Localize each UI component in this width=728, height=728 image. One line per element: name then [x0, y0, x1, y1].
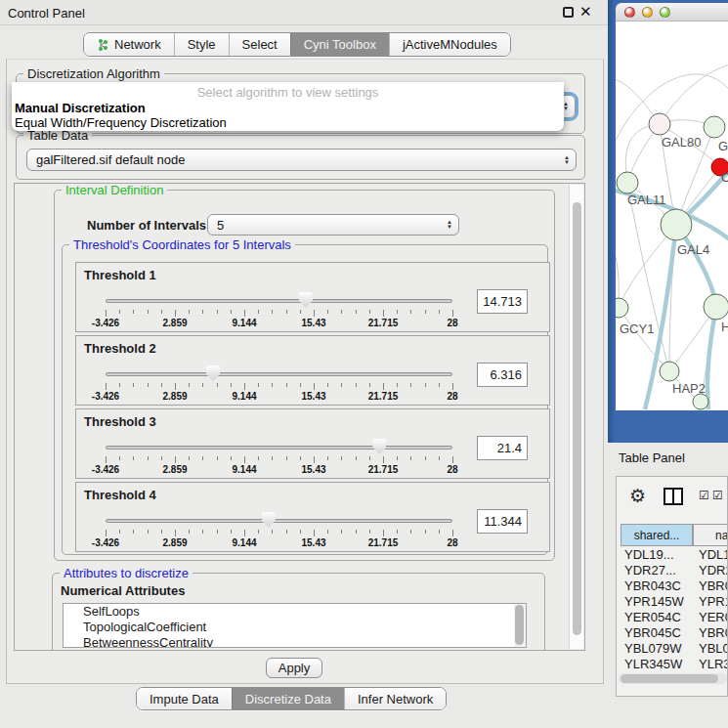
num-intervals-label: Number of Intervals	[87, 218, 206, 233]
slider-thumb[interactable]	[262, 512, 276, 528]
numerical-attributes-label: Numerical Attributes	[61, 583, 185, 598]
slider-tick-label: 2.859	[149, 391, 201, 402]
slider-tick	[341, 383, 342, 387]
slider-tick	[410, 456, 411, 460]
slider-thumb[interactable]	[206, 365, 220, 381]
columns-icon[interactable]	[664, 488, 683, 505]
combo-stepper-icon[interactable]: ▲▼	[564, 155, 570, 165]
slider-tick	[410, 310, 411, 314]
popup-option-equal-width-frequency-discretization[interactable]: Equal Width/Frequency Discretization	[15, 115, 227, 130]
threshold-panel: Threshold 1-3.4262.8599.14415.4321.71528…	[75, 262, 550, 332]
slider-tick	[231, 456, 232, 460]
slider-tick-label: 2.859	[149, 537, 201, 548]
threshold-slider[interactable]	[106, 446, 452, 450]
popup-option-manual-discretization[interactable]: Manual Discretization	[15, 101, 146, 115]
tab-network[interactable]: Network	[84, 33, 174, 56]
settings-scrollbar[interactable]	[569, 185, 583, 649]
attribute-list-item[interactable]: SelfLoops	[64, 604, 526, 620]
close-traffic-light-icon[interactable]	[624, 7, 635, 18]
slider-tick	[327, 456, 328, 460]
minimize-traffic-light-icon[interactable]	[642, 7, 653, 18]
slider-tick	[341, 456, 342, 460]
network-node-gcy1[interactable]	[616, 298, 628, 318]
column-header-name[interactable]: na	[693, 524, 728, 546]
network-node-gal4[interactable]	[661, 209, 692, 240]
threshold-value-input[interactable]: 21.4	[477, 436, 528, 460]
control-panel-titlebar: Control Panel ✕	[0, 0, 608, 25]
threshold-panel: Threshold 3-3.4262.8599.14415.4321.71528…	[75, 408, 550, 479]
checkbox-icon[interactable]: ☑	[712, 489, 723, 502]
bottom-tab-impute-data[interactable]: Impute Data	[137, 688, 232, 709]
node-label: C	[721, 170, 728, 185]
attribute-list-item[interactable]: TopologicalCoefficient	[64, 620, 526, 635]
tab-style[interactable]: Style	[174, 33, 229, 56]
combo-stepper-icon[interactable]: ▲▼	[447, 220, 452, 230]
slider-tick	[106, 530, 107, 536]
table-panel: ⚙ ☑ ☑ shared... na YDL19...YDL1YDR27...Y…	[616, 476, 728, 697]
slider-tick-label: 28	[426, 318, 479, 328]
close-icon[interactable]: ✕	[579, 3, 592, 21]
threshold-value-input[interactable]: 11.344	[477, 509, 528, 534]
threshold-label: Threshold 2	[84, 341, 156, 356]
attributes-list[interactable]: SelfLoopsTopologicalCoefficientBetweenne…	[63, 603, 527, 648]
threshold-slider[interactable]	[106, 519, 452, 523]
table-row[interactable]: YBR045CYBR0	[617, 625, 727, 641]
slider-tick	[314, 456, 315, 463]
num-intervals-combobox[interactable]: 5 ▲▼	[207, 214, 459, 236]
column-header-shared-name[interactable]: shared...	[621, 524, 693, 546]
slider-tick-label: 2.859	[149, 464, 201, 475]
slider-tick	[341, 530, 342, 534]
table-row[interactable]: YDR27...YDR2	[617, 563, 727, 578]
table-row[interactable]: YDL19...YDL1	[617, 547, 727, 563]
algorithm-dropdown-popup: Select algorithm to view settingsManual …	[12, 82, 564, 131]
apply-button[interactable]: Apply	[266, 658, 322, 678]
table-cell-shared-name: YBR043C	[624, 578, 681, 593]
slider-tick	[383, 383, 384, 390]
slider-tick	[397, 310, 398, 314]
table-row[interactable]: YER054CYER0	[617, 610, 727, 625]
bottom-tab-discretize-data[interactable]: Discretize Data	[232, 688, 344, 709]
bottom-tab-infer-network[interactable]: Infer Network	[344, 688, 446, 709]
checkbox-icon[interactable]: ☑	[699, 489, 709, 502]
network-node-ga[interactable]	[704, 116, 725, 138]
tab-label: Select	[242, 37, 278, 52]
network-node-h[interactable]	[704, 294, 728, 320]
table-data-combobox[interactable]: galFiltered.sif default node ▲▼	[26, 149, 577, 171]
slider-tick	[175, 383, 176, 390]
attribute-list-item[interactable]: BetweennessCentrality	[64, 635, 526, 648]
network-node-hap2[interactable]	[660, 362, 679, 381]
table-horizontal-scrollbar[interactable]	[619, 673, 727, 684]
network-node-gal11[interactable]	[617, 172, 638, 193]
slider-thumb[interactable]	[299, 292, 313, 308]
slider-tick	[161, 530, 162, 534]
tab-jactivemnodules[interactable]: jActiveMNodules	[389, 33, 510, 56]
table-row[interactable]: YBL079WYBL0	[617, 641, 727, 657]
threshold-value-input[interactable]: 6.316	[477, 363, 528, 387]
tab-cyni-toolbox[interactable]: Cyni Toolbox	[290, 33, 389, 56]
slider-tick	[452, 310, 453, 317]
network-edge	[707, 307, 716, 409]
slider-tick	[148, 456, 149, 460]
table-row[interactable]: YPR145WYPR1	[617, 594, 727, 610]
gear-icon[interactable]: ⚙	[629, 485, 646, 507]
network-canvas[interactable]: GAL80GACGAL11GAL4GCY1HHAP2	[616, 21, 728, 410]
network-node-gal80[interactable]	[649, 113, 670, 135]
slider-tick-label: 15.43	[287, 537, 340, 548]
float-window-icon[interactable]	[563, 7, 574, 18]
zoom-traffic-light-icon[interactable]	[660, 7, 670, 18]
threshold-panel: Threshold 4-3.4262.8599.14415.4321.71528…	[75, 482, 550, 552]
attributes-list-scrollbar[interactable]	[514, 604, 526, 647]
table-cell-name: YER0	[699, 610, 728, 624]
slider-tick-label: 9.144	[218, 464, 271, 475]
node-label: H	[721, 320, 728, 334]
bottom-tab-label: Impute Data	[150, 692, 219, 707]
threshold-value-input[interactable]: 14.713	[477, 289, 528, 314]
network-node[interactable]	[693, 394, 708, 409]
slider-tick	[425, 456, 426, 460]
table-row[interactable]: YLR345WYLR3	[617, 657, 727, 672]
threshold-slider[interactable]	[106, 372, 452, 376]
tab-select[interactable]: Select	[229, 33, 290, 56]
threshold-slider[interactable]	[106, 299, 452, 303]
slider-thumb[interactable]	[372, 439, 386, 454]
table-row[interactable]: YBR043CYBR0	[617, 578, 727, 594]
